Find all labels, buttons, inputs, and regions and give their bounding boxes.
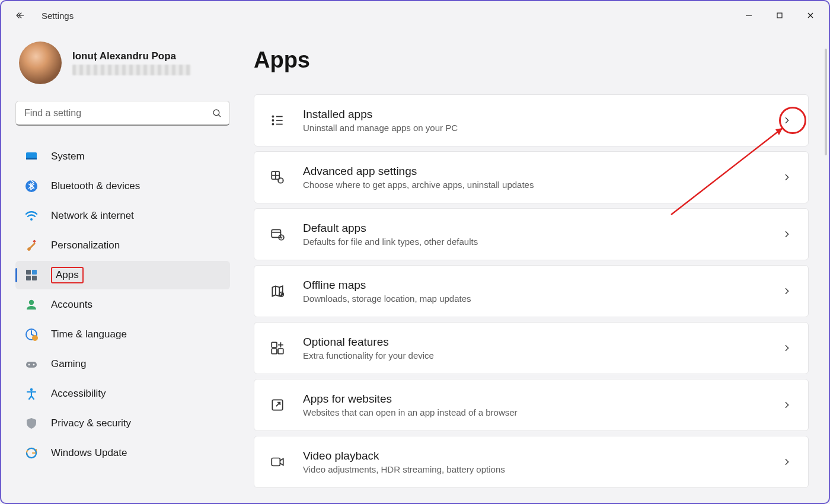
sidebar-item-system[interactable]: System	[15, 142, 230, 171]
default-app-icon	[269, 225, 286, 243]
minimize-icon	[745, 12, 752, 19]
svg-point-10	[30, 218, 33, 221]
map-icon	[269, 282, 286, 300]
paintbrush-icon	[24, 238, 39, 253]
sidebar-item-apps[interactable]: Apps	[15, 261, 230, 289]
window-controls	[735, 6, 824, 25]
profile-block[interactable]: Ionuț Alexandru Popa	[15, 42, 230, 84]
svg-point-24	[272, 120, 273, 121]
card-title: Offline maps	[303, 279, 765, 292]
minimize-button[interactable]	[735, 6, 762, 25]
card-text: Default apps Defaults for file and link …	[303, 222, 765, 247]
card-desc: Video adjustments, HDR streaming, batter…	[303, 464, 765, 474]
arrow-left-icon	[15, 10, 25, 21]
plus-grid-icon	[269, 339, 286, 357]
display-icon	[24, 149, 39, 164]
chevron-right-icon	[782, 400, 791, 410]
card-default-apps[interactable]: Default apps Defaults for file and link …	[254, 208, 809, 260]
card-installed-apps[interactable]: Installed apps Uninstall and manage apps…	[254, 94, 809, 146]
card-desc: Extra functionality for your device	[303, 350, 765, 361]
sidebar-item-label: Accounts	[51, 299, 92, 310]
card-title: Apps for websites	[303, 393, 765, 406]
sidebar-item-label: Personalization	[51, 240, 120, 251]
svg-rect-38	[278, 349, 283, 354]
clock-globe-icon	[24, 327, 39, 342]
external-window-icon	[269, 396, 286, 414]
svg-rect-14	[26, 276, 31, 280]
sidebar-item-label: Apps	[56, 269, 79, 280]
svg-point-16	[29, 300, 34, 305]
close-icon	[807, 12, 814, 19]
profile-name: Ionuț Alexandru Popa	[72, 50, 191, 62]
sidebar-item-accounts[interactable]: Accounts	[15, 291, 230, 319]
close-button[interactable]	[797, 6, 824, 25]
update-icon	[24, 445, 39, 461]
sidebar-item-label: Gaming	[51, 358, 87, 369]
app-title: Settings	[42, 11, 74, 21]
bluetooth-icon	[24, 178, 39, 194]
sidebar-item-label: Bluetooth & devices	[51, 180, 140, 192]
titlebar-left: Settings	[13, 8, 74, 23]
search-input[interactable]	[24, 108, 212, 119]
sidebar-nav: System Bluetooth & devices Network & int…	[15, 142, 230, 467]
profile-email-redacted	[72, 65, 191, 75]
titlebar: Settings	[1, 1, 829, 30]
card-video-playback[interactable]: Video playback Video adjustments, HDR st…	[254, 436, 809, 488]
card-offline-maps[interactable]: Offline maps Downloads, storage location…	[254, 265, 809, 317]
sidebar-item-label: Network & internet	[51, 210, 134, 221]
card-advanced-app-settings[interactable]: Advanced app settings Choose where to ge…	[254, 151, 809, 203]
scrollbar[interactable]	[825, 49, 827, 155]
search-icon	[212, 108, 222, 119]
card-text: Installed apps Uninstall and manage apps…	[303, 108, 765, 133]
content-area: Ionuț Alexandru Popa System	[1, 30, 829, 503]
wifi-icon	[24, 208, 39, 224]
chevron-right-icon	[782, 173, 791, 182]
sidebar-item-update[interactable]: Windows Update	[15, 439, 230, 467]
svg-point-22	[30, 388, 33, 391]
settings-cards: Installed apps Uninstall and manage apps…	[254, 94, 809, 488]
person-icon	[24, 297, 39, 312]
svg-point-18	[32, 335, 38, 341]
sidebar-item-label: Accessibility	[51, 388, 106, 399]
maximize-icon	[776, 12, 783, 19]
card-text: Advanced app settings Choose where to ge…	[303, 165, 765, 190]
chevron-right-icon	[782, 457, 791, 467]
shield-icon	[24, 416, 39, 431]
maximize-button[interactable]	[766, 6, 793, 25]
svg-rect-8	[26, 158, 37, 160]
svg-point-32	[278, 178, 283, 183]
back-button[interactable]	[13, 8, 27, 23]
page-title: Apps	[254, 47, 809, 73]
sidebar: Ionuț Alexandru Popa System	[1, 30, 238, 503]
chevron-right-icon	[782, 116, 791, 125]
card-apps-for-websites[interactable]: Apps for websites Websites that can open…	[254, 379, 809, 431]
sidebar-item-personalization[interactable]: Personalization	[15, 231, 230, 260]
sidebar-item-accessibility[interactable]: Accessibility	[15, 379, 230, 408]
card-title: Installed apps	[303, 108, 765, 121]
sidebar-item-network[interactable]: Network & internet	[15, 202, 230, 230]
card-title: Video playback	[303, 449, 765, 462]
settings-window: Settings Ionuț Alexandru Popa	[0, 0, 830, 504]
sidebar-item-bluetooth[interactable]: Bluetooth & devices	[15, 172, 230, 200]
card-text: Optional features Extra functionality fo…	[303, 336, 765, 361]
card-title: Default apps	[303, 222, 765, 235]
card-text: Offline maps Downloads, storage location…	[303, 279, 765, 304]
svg-rect-40	[272, 458, 280, 466]
chevron-right-icon	[782, 286, 791, 296]
svg-point-20	[28, 364, 30, 366]
sidebar-item-time[interactable]: Time & language	[15, 320, 230, 349]
chevron-right-icon	[782, 343, 791, 353]
svg-line-6	[218, 114, 221, 117]
card-optional-features[interactable]: Optional features Extra functionality fo…	[254, 322, 809, 374]
sidebar-item-label: Privacy & security	[51, 417, 131, 429]
svg-rect-37	[272, 349, 277, 354]
card-title: Advanced app settings	[303, 165, 765, 178]
sidebar-item-gaming[interactable]: Gaming	[15, 350, 230, 378]
gamepad-icon	[24, 356, 39, 372]
card-desc: Choose where to get apps, archive apps, …	[303, 180, 765, 190]
card-desc: Uninstall and manage apps on your PC	[303, 123, 765, 133]
search-box[interactable]	[15, 101, 230, 126]
sidebar-item-privacy[interactable]: Privacy & security	[15, 409, 230, 438]
chevron-right-icon	[782, 229, 791, 239]
svg-point-25	[272, 123, 273, 125]
